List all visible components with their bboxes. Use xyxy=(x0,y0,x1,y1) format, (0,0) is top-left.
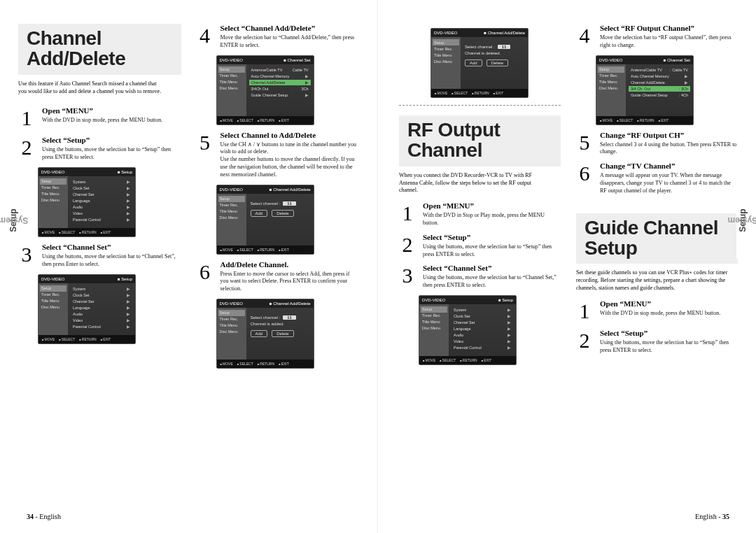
rf-step-1: 1 Open “MENU” With the DVD in Stop or Pl… xyxy=(399,201,561,227)
step-text: Using the buttons, move the selection ba… xyxy=(42,146,181,162)
step-text: Use the CH ∧ / ∨ buttons to tune in the … xyxy=(220,141,360,179)
step-title: Add/Delete Channel. xyxy=(220,260,360,269)
side-tab-left: System Setup xyxy=(7,182,20,259)
step-6: 6 Add/Delete Channel. Press Enter to mov… xyxy=(197,260,360,293)
step-text: Press Enter to move the cursor to select… xyxy=(220,271,360,293)
screenshot-channel-set: DVD-VIDEO■ Channel Set SetupTimer Rec.Ti… xyxy=(216,55,314,125)
left-col-b: 4 Select “Channel Add/Delete” Move the s… xyxy=(197,24,360,374)
screenshot-add-delete-added: DVD-VIDEO■ Channel Add/Delete SetupTimer… xyxy=(216,299,314,369)
heading-rf-output: RF Output Channel xyxy=(399,115,561,166)
step-text: A message will appear on your TV. When t… xyxy=(600,172,738,194)
screenshot-setup-rf: DVD-VIDEO■ Setup SetupTimer Rec.Title Me… xyxy=(419,295,517,365)
screenshot-add-delete: DVD-VIDEO■ Channel Add/Delete SetupTimer… xyxy=(216,185,314,255)
step-text: Using the buttons, move the selection ba… xyxy=(423,274,561,290)
left-col-a: Channel Add/Delete Use this feature if A… xyxy=(18,24,181,374)
step-text: Using the buttons, move the selection ba… xyxy=(423,243,561,259)
step-title: Change “TV Channel” xyxy=(600,162,738,170)
rf-step-4: 4 Select “RF Output Channel” Move the se… xyxy=(576,24,738,50)
step-text: With the DVD in Stop or Play mode, press… xyxy=(423,212,561,227)
step-title: Select “Setup” xyxy=(423,233,561,241)
guide-step-1: 1 Open “MENU” With the DVD in stop mode,… xyxy=(576,299,738,323)
screenshot-channel-set-rf: DVD-VIDEO■ Channel Set SetupTimer Rec.Ti… xyxy=(596,55,694,125)
step-2: 2 Select “Setup” Using the buttons, move… xyxy=(18,136,181,162)
step-title: Select “Channel Add/Delete” xyxy=(220,24,360,32)
step-5: 5 Select Channel to Add/Delete Use the C… xyxy=(197,131,360,179)
step-title: Change “RF Output CH” xyxy=(600,131,738,139)
step-4: 4 Select “Channel Add/Delete” Move the s… xyxy=(197,24,360,50)
intro-rf-output: When you connect the DVD Recorder-VCR to… xyxy=(399,172,546,194)
step-title: Select “RF Output Channel” xyxy=(600,24,738,32)
intro-guide-channel: Set these guide channels so you can use … xyxy=(576,269,738,292)
step-title: Select “Channel Set” xyxy=(423,264,561,272)
step-title: Select Channel to Add/Delete xyxy=(220,131,360,139)
step-1: 1 Open “MENU” With the DVD in stop mode,… xyxy=(18,106,181,130)
sidetab-light: System xyxy=(0,215,28,225)
step-title: Select “Channel Set” xyxy=(42,243,181,251)
step-text: With the DVD in stop mode, press the MEN… xyxy=(600,310,738,318)
sidetab-light: System xyxy=(728,215,756,225)
screenshot-setup: DVD-VIDEO■ Setup SetupTimer Rec.Title Me… xyxy=(38,167,136,237)
guide-step-2: 2 Select “Setup” Using the buttons, move… xyxy=(576,329,738,355)
step-text: Select channel 3 or 4 using the button. … xyxy=(600,141,738,157)
screenshot-setup-2: DVD-VIDEO■ Setup SetupTimer Rec.Title Me… xyxy=(38,274,136,344)
heading-channel-add-delete: Channel Add/Delete xyxy=(18,24,181,75)
page-right: System Setup DVD-VIDEO■ Channel Add/Dele… xyxy=(378,0,756,533)
step-title: Select “Setup” xyxy=(42,136,181,144)
intro-channel-add-delete: Use this feature if Auto Channel Search … xyxy=(18,80,165,96)
footer-left: 34 - English xyxy=(27,513,61,520)
step-text: With the DVD in stop mode, press the MEN… xyxy=(42,117,181,125)
step-title: Select “Setup” xyxy=(600,329,738,337)
footer-right: English - 35 xyxy=(695,513,729,520)
rf-step-6: 6 Change “TV Channel” A message will app… xyxy=(576,162,738,194)
rf-step-3: 3 Select “Channel Set” Using the buttons… xyxy=(399,264,561,290)
step-text: Using the buttons, move the selection ba… xyxy=(600,339,738,355)
right-col-b: 4 Select “RF Output Channel” Move the se… xyxy=(576,24,738,371)
step-title: Open “MENU” xyxy=(600,299,738,308)
screenshot-add-delete-deleted: DVD-VIDEO■ Channel Add/Delete SetupTimer… xyxy=(430,28,528,98)
step-title: Open “MENU” xyxy=(423,201,561,210)
side-tab-right: System Setup xyxy=(736,182,749,259)
step-3: 3 Select “Channel Set” Using the buttons… xyxy=(18,243,181,269)
step-text: Using the buttons, move the selection ba… xyxy=(42,253,181,269)
step-text: Move the selection bar to “Channel Add/D… xyxy=(220,34,360,50)
rf-step-5: 5 Change “RF Output CH” Select channel 3… xyxy=(576,131,738,157)
page-left: System Setup Channel Add/Delete Use this… xyxy=(0,0,378,533)
rf-step-2: 2 Select “Setup” Using the buttons, move… xyxy=(399,233,561,259)
step-text: Move the selection bar to “RF output Cha… xyxy=(600,34,738,50)
heading-guide-channel-setup: Guide Channel Setup xyxy=(576,213,738,264)
step-title: Open “MENU” xyxy=(42,106,181,115)
right-col-a: DVD-VIDEO■ Channel Add/Delete SetupTimer… xyxy=(399,24,561,371)
